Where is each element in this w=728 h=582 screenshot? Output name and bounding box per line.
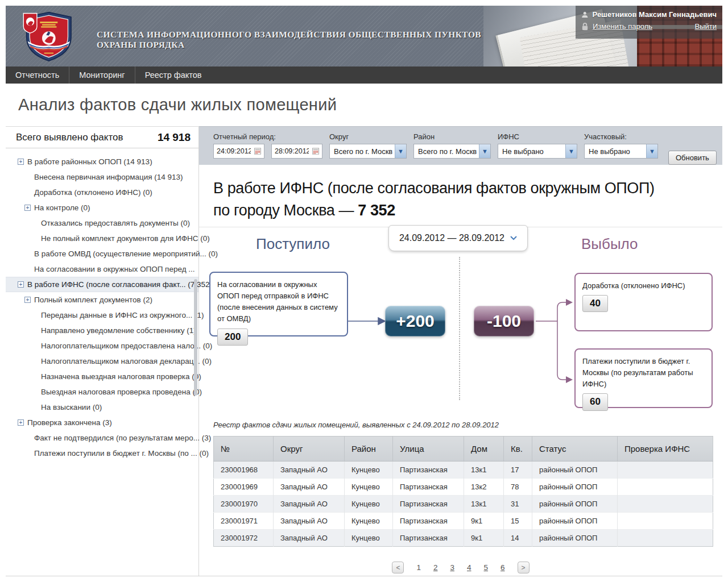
tree-item[interactable]: + Не полный комплект документов для ИФНС… [6, 231, 198, 246]
calendar-icon[interactable] [254, 147, 261, 155]
date-from-input[interactable] [217, 147, 251, 155]
table-row[interactable]: 230001969Западный АО КунцевоПартизанская… [214, 479, 713, 496]
page-link[interactable]: 1 [416, 563, 421, 572]
tree-item[interactable]: + Внесена первичная информация (14 913) [6, 169, 198, 185]
expand-icon[interactable]: + [24, 205, 31, 211]
tree-item[interactable]: + Налогоплательщиком налоговая декларац.… [6, 354, 198, 369]
column-header: Дом [464, 436, 504, 462]
rayon-select[interactable]: Всего по г. Москве ▼ [413, 144, 491, 159]
logout-link[interactable]: Выйти [695, 22, 717, 31]
uchastkovy-value: Не выбрано [589, 147, 644, 156]
tree-item[interactable]: + В работе районных ОПОП (14 913) [6, 154, 198, 169]
table-row[interactable]: 230001971Западный АО КунцевоПартизанская… [214, 513, 713, 530]
tree-item-label: В работе районных ОПОП (14 913) [27, 157, 152, 166]
expand-icon[interactable]: + [18, 281, 24, 288]
tree-item-label: Налогоплательщиком налоговая декларац...… [41, 357, 212, 365]
nav-tab-label: Мониторинг [79, 70, 125, 80]
refresh-button[interactable]: Обновить [668, 151, 717, 165]
expand-icon[interactable]: + [18, 159, 24, 165]
calendar-icon[interactable] [312, 147, 319, 155]
content: Всего выявлено фактов 14 918 + В работе … [6, 126, 722, 576]
tree-item[interactable]: + Платежи поступили в бюджет г. Москвы (… [6, 446, 198, 461]
okrug-select[interactable]: Всего по г. Москве ▼ [329, 144, 407, 159]
table-row[interactable]: 230001968Западный АО КунцевоПартизанская… [214, 462, 713, 479]
tree-item[interactable]: + В работе ИФНС (после согласования факт… [6, 277, 198, 292]
tree-item[interactable]: + Налогоплательщиком предоставлена нало.… [6, 338, 198, 354]
tree-item-label: Направлено уведомление собственнику (1) [41, 326, 196, 335]
tree-item-label: Назначена выездная налоговая проверка (0… [41, 372, 201, 381]
tree-item[interactable]: + Факт не подтвердился (по результатам м… [6, 430, 198, 446]
tree-item-label: Внесена первичная информация (14 913) [34, 173, 183, 181]
prev-page-button[interactable]: < [392, 562, 404, 573]
nav-tab-label: Отчетность [15, 70, 59, 80]
source-count-button[interactable]: 200 [217, 329, 248, 346]
page: СИСТЕМА ИНФОРМАЦИОННОГО ВЗАИМОДЕЙСТВИЯ О… [6, 6, 722, 576]
next-page-button[interactable]: > [518, 562, 530, 573]
table-row[interactable]: 230001970Западный АО КунцевоПартизанская… [214, 496, 713, 513]
source-status-box: На согласовании в окружных ОПОП перед от… [209, 272, 348, 336]
ifns-select[interactable]: Не выбрано ▼ [498, 144, 577, 159]
column-header: № [214, 436, 274, 462]
inflow-title: Поступило [256, 235, 330, 253]
tree-item[interactable]: + Направлено уведомление собственнику (1… [6, 323, 198, 338]
facts-tree-sidebar: Всего выявлено фактов 14 918 + В работе … [6, 126, 199, 576]
expand-icon[interactable]: + [18, 419, 24, 426]
outflow-title: Выбыло [581, 235, 638, 253]
summary-line2: по городу Москва — [213, 202, 358, 219]
tree-item[interactable]: + На согласовании в окружных ОПОП перед … [6, 261, 198, 277]
table-row[interactable]: 230001972Западный АО КунцевоПартизанская… [214, 530, 713, 547]
inflow-badge: +200 [385, 306, 445, 336]
user-panel: Решетников Максим Геннадьевич Изменить п… [576, 6, 722, 39]
main-area: Отчетный период: [199, 126, 722, 576]
page-link[interactable]: 5 [484, 563, 489, 572]
tree-item[interactable]: + Отказались предоставлять документы (0) [6, 215, 198, 231]
date-from-field[interactable] [213, 144, 264, 159]
tree-item[interactable]: + На взыскании (0) [6, 400, 198, 415]
tree-item-label: Проверка закончена (3) [27, 418, 112, 427]
tree-item[interactable]: + На контроле (0) [6, 200, 198, 215]
expand-icon[interactable]: + [24, 297, 31, 303]
rayon-filter: Район Всего по г. Москве ▼ [413, 132, 491, 165]
chevron-down-icon: ▼ [479, 144, 490, 158]
lock-icon [581, 22, 589, 31]
tree-item-label: На взыскании (0) [41, 403, 102, 411]
rework-status-box: Доработка (отклонено ИФНС) 40 [574, 273, 713, 331]
page-link[interactable]: 6 [500, 563, 505, 572]
nav-tab[interactable]: Реестр фактов [135, 66, 212, 84]
tree-item[interactable]: + В работе ОМВД (осуществление мероприят… [6, 246, 198, 261]
nav-tab[interactable]: Мониторинг [69, 66, 134, 84]
tree-item[interactable]: + Полный комплект документов (2) [6, 292, 198, 307]
tree-item-label: Налогоплательщиком предоставлена нало...… [41, 342, 212, 350]
rework-count-button[interactable]: 40 [582, 295, 608, 312]
page-link[interactable]: 3 [450, 563, 454, 572]
payments-count-button[interactable]: 60 [582, 393, 608, 410]
page-link[interactable]: 4 [467, 563, 471, 572]
rayon-value: Всего по г. Москве [418, 147, 477, 156]
ifns-value: Не выбрано [502, 147, 563, 156]
user-name: Решетников Максим Геннадьевич [593, 10, 717, 19]
tree-item[interactable]: + Назначена выездная налоговая проверка … [6, 369, 198, 384]
summary-section: В работе ИФНС (после согласования фактов… [199, 165, 722, 227]
outflow-badge: -100 [474, 306, 534, 336]
date-to-field[interactable] [271, 144, 322, 159]
tree-item[interactable]: + Переданы данные в ИФНС из окружного...… [6, 307, 198, 323]
uchastkovy-select[interactable]: Не выбрано ▼ [584, 144, 658, 159]
change-password-link[interactable]: Изменить пароль [593, 22, 652, 31]
nav-tab[interactable]: Отчетность [6, 66, 69, 84]
period-dropdown[interactable]: 24.09.2012 — 28.09.2012 [388, 225, 528, 251]
summary-heading: В работе ИФНС (после согласования фактов… [213, 177, 722, 222]
column-header: Округ [274, 436, 345, 462]
opop-emblem-logo [19, 8, 76, 66]
tree-item[interactable]: + Проверка закончена (3) [6, 415, 198, 430]
payments-status-box: Платежи поступили в бюджет г. Москвы (по… [574, 348, 713, 408]
payments-status-text: Платежи поступили в бюджет г. Москвы (по… [582, 357, 693, 388]
tree-item[interactable]: + Доработка (отклонено ИФНС) (0) [6, 185, 198, 200]
date-to-input[interactable] [275, 147, 309, 155]
chevron-down-icon: ▼ [395, 144, 406, 158]
period-filter: Отчетный период: [213, 132, 322, 165]
column-header: Кв. [504, 436, 532, 462]
okrug-label: Округ [329, 132, 407, 141]
page-link[interactable]: 2 [433, 563, 438, 572]
tree-item[interactable]: + Выездная налоговая проверка проведена … [6, 384, 198, 400]
sidebar-scrollbar-thumb[interactable] [194, 279, 197, 396]
